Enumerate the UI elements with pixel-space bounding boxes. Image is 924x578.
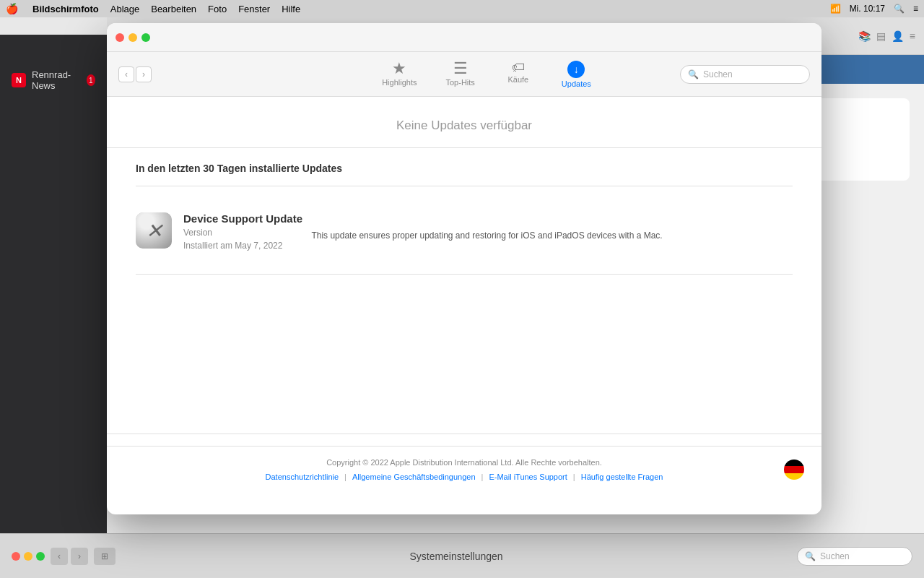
browser-sidebar: N Rennrad-News 1 <box>0 35 107 551</box>
syspref-search[interactable]: 🔍 Suchen <box>797 547 912 566</box>
dialog-content: Keine Updates verfügbar In den letzten 3… <box>107 97 821 514</box>
tab-top-hits[interactable]: ☰ Top-Hits <box>431 58 489 91</box>
syspref-traffic-lights <box>12 552 45 561</box>
star-icon: ★ <box>392 61 406 77</box>
update-item: ✕ Device Support Update Version Installi… <box>136 198 793 268</box>
datenschutz-link[interactable]: Datenschutzrichtlinie <box>266 473 339 481</box>
systempreferences-bar: ‹ › ⊞ Systemeinstellungen 🔍 Suchen <box>0 533 924 578</box>
rennrad-label: Rennrad-News <box>32 69 81 91</box>
menubar-foto[interactable]: Foto <box>208 4 227 14</box>
tag-icon: 🏷 <box>512 61 525 74</box>
search-icon: 🔍 <box>688 69 699 79</box>
search-box[interactable]: 🔍 Suchen <box>680 65 810 84</box>
menubar-ablage[interactable]: Ablage <box>110 4 139 14</box>
kauefe-label: Käufe <box>507 75 528 84</box>
installed-section-title: In den letzten 30 Tagen installierte Upd… <box>136 163 793 174</box>
version-label: Version <box>183 228 282 238</box>
rennrad-icon: N <box>12 73 26 87</box>
install-date: Installiert am May 7, 2022 <box>183 241 282 251</box>
footer-copyright: Copyright © 2022 Apple Distribution Inte… <box>136 458 793 467</box>
agb-link[interactable]: Allgemeine Geschäftsbedingungen <box>352 473 476 481</box>
sidebar-rennrad-item[interactable]: N Rennrad-News 1 <box>0 64 107 97</box>
update-name: Device Support Update <box>183 212 793 225</box>
syspref-grid[interactable]: ⊞ <box>94 548 116 565</box>
appstore-dialog: ‹ › ★ Highlights ☰ Top-Hits 🏷 Käufe ↓ Up… <box>107 23 821 514</box>
sidebar-icon[interactable]: ▤ <box>876 30 886 42</box>
search-placeholder: Suchen <box>703 69 733 79</box>
no-updates-message: Keine Updates verfügbar <box>396 118 532 132</box>
syspref-minimize[interactable] <box>24 552 32 561</box>
syspref-search-placeholder: Suchen <box>820 551 850 561</box>
section-divider <box>136 186 793 186</box>
top-hits-label: Top-Hits <box>445 78 474 87</box>
language-flag[interactable] <box>784 460 804 480</box>
dialog-footer: Copyright © 2022 Apple Distribution Inte… <box>107 434 821 493</box>
toolbar-search: 🔍 Suchen <box>680 65 810 84</box>
menu-icon[interactable]: ≡ <box>910 30 915 42</box>
menubar-hilfe[interactable]: Hilfe <box>282 4 300 14</box>
updates-label: Updates <box>562 79 591 88</box>
menubar-bearbeiten[interactable]: Bearbeiten <box>151 4 196 14</box>
download-icon: ↓ <box>567 61 585 78</box>
books-icon[interactable]: 📚 <box>858 30 871 42</box>
tab-highlights[interactable]: ★ Highlights <box>367 58 431 91</box>
syspref-close[interactable] <box>12 552 20 561</box>
fullscreen-button[interactable] <box>141 33 150 42</box>
back-button[interactable]: ‹ <box>118 66 134 82</box>
menubar-fenster[interactable]: Fenster <box>238 4 270 14</box>
close-button[interactable] <box>116 33 124 42</box>
minimize-button[interactable] <box>128 33 137 42</box>
notification-badge: 1 <box>87 74 95 86</box>
email-support-link[interactable]: E-Mail iTunes Support <box>489 473 567 481</box>
dialog-toolbar: ‹ › ★ Highlights ☰ Top-Hits 🏷 Käufe ↓ Up… <box>107 52 821 97</box>
installed-section: In den letzten 30 Tagen installierte Upd… <box>107 148 821 289</box>
syspref-title: Systemeinstellungen <box>409 551 502 562</box>
bullets-icon[interactable]: ≡ <box>913 4 918 14</box>
update-meta-left: Version Installiert am May 7, 2022 <box>183 228 282 254</box>
highlights-label: Highlights <box>382 78 417 87</box>
update-info: Device Support Update Version Installier… <box>183 212 793 254</box>
dialog-titlebar <box>107 23 821 52</box>
tab-kauefe[interactable]: 🏷 Käufe <box>489 58 547 91</box>
search-icon[interactable]: 🔍 <box>894 4 905 14</box>
syspref-fullscreen[interactable] <box>36 552 45 561</box>
faq-link[interactable]: Häufig gestellte Fragen <box>581 473 663 481</box>
forward-button[interactable]: › <box>136 66 152 82</box>
german-flag <box>784 460 804 480</box>
traffic-lights <box>116 33 150 42</box>
footer-divider <box>107 446 821 447</box>
menubar: 🍎 Bildschirmfoto Ablage Bearbeiten Foto … <box>0 0 924 17</box>
syspref-search-icon: 🔍 <box>805 551 816 561</box>
syspref-back[interactable]: ‹ <box>51 548 68 565</box>
device-support-icon: ✕ <box>136 212 172 249</box>
update-divider <box>136 274 793 275</box>
syspref-forward[interactable]: › <box>71 548 88 565</box>
clock: Mi. 10:17 <box>850 4 885 14</box>
profile-icon[interactable]: 👤 <box>892 30 904 42</box>
syspref-left-controls: ‹ › ⊞ <box>12 548 116 565</box>
wifi-icon: 📶 <box>830 4 841 14</box>
menubar-app-name[interactable]: Bildschirmfoto <box>32 4 99 14</box>
menubar-right: 📶 Mi. 10:17 🔍 ≡ <box>830 4 918 14</box>
apple-menu-icon[interactable]: 🍎 <box>6 3 18 14</box>
footer-links: Datenschutzrichtlinie | Allgemeine Gesch… <box>136 473 793 481</box>
tab-updates[interactable]: ↓ Updates <box>547 58 606 91</box>
list-icon: ☰ <box>453 61 468 77</box>
syspref-nav: ‹ › <box>51 548 88 565</box>
nav-arrows: ‹ › <box>118 66 152 82</box>
content-spacer <box>107 289 821 434</box>
update-description: This update ensures proper updating and … <box>311 228 793 254</box>
